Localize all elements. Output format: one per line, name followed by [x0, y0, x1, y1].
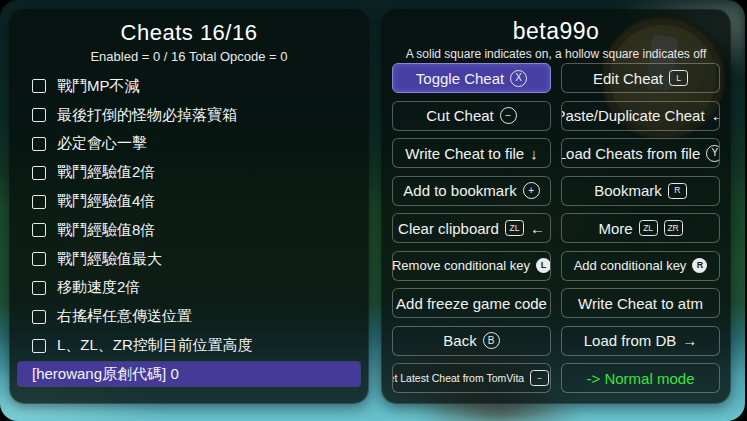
checkbox-unchecked-icon — [32, 281, 46, 295]
checkbox-unchecked-icon — [32, 310, 46, 324]
cheat-list-title: Cheats 16/16 — [10, 20, 368, 46]
bookmark-button[interactable]: Bookmark R — [561, 176, 720, 206]
remove-conditional-key-button[interactable]: Remove conditional key L — [392, 251, 551, 281]
action-button-grid: Toggle Cheat X Edit Cheat L Cut Cheat − … — [392, 63, 720, 393]
cheat-list: 戰鬥MP不減 最後打倒的怪物必掉落寶箱 必定會心一擊 戰鬥經驗值2倍 戰鬥經驗值… — [10, 72, 368, 360]
shoulder-key-icon: ZL — [639, 220, 658, 236]
cheat-list-subtitle: Enabled = 0 / 16 Total Opcode = 0 — [10, 49, 368, 64]
clear-clipboard-button[interactable]: Clear clipboard ZL← — [392, 213, 551, 243]
button-key-icon: Y — [706, 145, 720, 162]
shoulder-key-icon: R — [668, 183, 687, 199]
cheat-label: 戰鬥經驗值2倍 — [57, 163, 155, 182]
cheat-list-item[interactable]: 必定會心一擊 — [10, 130, 368, 159]
arrow-icon: ↓ — [530, 146, 538, 161]
arrow-icon: ← — [530, 221, 545, 236]
button-key-icon: B — [483, 332, 500, 349]
stick-press-icon: R — [692, 258, 707, 273]
checkbox-unchecked-icon — [32, 223, 46, 237]
cheat-list-item[interactable]: 右搖桿任意傳送位置 — [10, 302, 368, 331]
cheat-list-item[interactable]: 戰鬥MP不減 — [10, 72, 368, 101]
shoulder-key-icon: ZR — [664, 220, 683, 236]
add-to-bookmark-button[interactable]: Add to bookmark + — [392, 176, 551, 206]
cheat-list-item[interactable]: 移動速度2倍 — [10, 274, 368, 303]
button-key-icon: − — [500, 107, 517, 124]
load-from-db-button[interactable]: Load from DB → — [561, 326, 720, 356]
button-key-icon: + — [523, 182, 540, 199]
cheat-list-panel: Cheats 16/16 Enabled = 0 / 16 Total Opco… — [10, 10, 368, 403]
cheat-label: 戰鬥MP不減 — [57, 77, 140, 96]
cheat-label: 必定會心一擊 — [57, 134, 147, 153]
checkbox-unchecked-icon — [32, 339, 46, 353]
checkbox-unchecked-icon — [32, 108, 46, 122]
add-freeze-game-code-button[interactable]: Add freeze game code — [392, 288, 551, 318]
toggle-cheat-button[interactable]: Toggle Cheat X — [392, 63, 551, 93]
checkbox-unchecked-icon — [32, 166, 46, 180]
action-menu-panel: beta99o A solid square indicates on, a h… — [382, 10, 730, 403]
shoulder-key-icon: ZL — [505, 220, 524, 236]
cheat-list-item[interactable]: 戰鬥經驗值4倍 — [10, 187, 368, 216]
button-key-icon: X — [510, 70, 527, 87]
edit-cheat-button[interactable]: Edit Cheat L — [561, 63, 720, 93]
shoulder-key-icon: L — [669, 70, 688, 86]
cheat-label: 戰鬥經驗值8倍 — [57, 221, 155, 240]
action-menu-subtitle: A solid square indicates on, a hollow sq… — [382, 47, 730, 61]
back-button[interactable]: Back B — [392, 326, 551, 356]
checkbox-unchecked-icon — [32, 252, 46, 266]
cheat-list-item[interactable]: 戰鬥經驗值2倍 — [10, 158, 368, 187]
stick-press-icon: L — [536, 258, 551, 273]
cheat-list-item[interactable]: 戰鬥經驗值8倍 — [10, 216, 368, 245]
cheat-label: 右搖桿任意傳送位置 — [57, 307, 192, 326]
load-cheats-from-file-button[interactable]: Load Cheats from file Y — [561, 138, 720, 168]
arrow-icon: → — [682, 333, 697, 348]
normal-mode-button[interactable]: -> Normal mode — [561, 363, 720, 393]
selected-cheat-row[interactable]: [herowang原創代碼] 0 — [18, 362, 360, 386]
more-button[interactable]: More ZLZR — [561, 213, 720, 243]
cheat-list-item[interactable]: 戰鬥經驗值最大 — [10, 245, 368, 274]
checkbox-unchecked-icon — [32, 137, 46, 151]
shoulder-key-icon: − — [530, 370, 549, 386]
cheat-label: L、ZL、ZR控制目前位置高度 — [57, 336, 253, 355]
cheat-label: 移動速度2倍 — [57, 278, 140, 297]
cheat-label: 戰鬥經驗值最大 — [57, 250, 162, 269]
paste-duplicate-cheat-button[interactable]: Paste/Duplicate Cheat ← — [561, 101, 720, 131]
cheat-label: 戰鬥經驗值4倍 — [57, 192, 155, 211]
checkbox-unchecked-icon — [32, 195, 46, 209]
cheat-label: 最後打倒的怪物必掉落寶箱 — [57, 106, 237, 125]
cheat-list-item[interactable]: 最後打倒的怪物必掉落寶箱 — [10, 101, 368, 130]
get-latest-cheat-button[interactable]: Get Latest Cheat from TomVita −↓ — [392, 363, 551, 393]
cheat-list-item[interactable]: L、ZL、ZR控制目前位置高度 — [10, 331, 368, 360]
write-cheat-to-file-button[interactable]: Write Cheat to file ↓ — [392, 138, 551, 168]
checkbox-unchecked-icon — [32, 79, 46, 93]
cut-cheat-button[interactable]: Cut Cheat − — [392, 101, 551, 131]
add-conditional-key-button[interactable]: Add conditional key R — [561, 251, 720, 281]
game-screen: Cheats 16/16 Enabled = 0 / 16 Total Opco… — [0, 0, 747, 421]
write-cheat-to-atm-button[interactable]: Write Cheat to atm — [561, 288, 720, 318]
arrow-icon: ← — [711, 108, 720, 123]
action-menu-title: beta99o — [382, 18, 730, 45]
